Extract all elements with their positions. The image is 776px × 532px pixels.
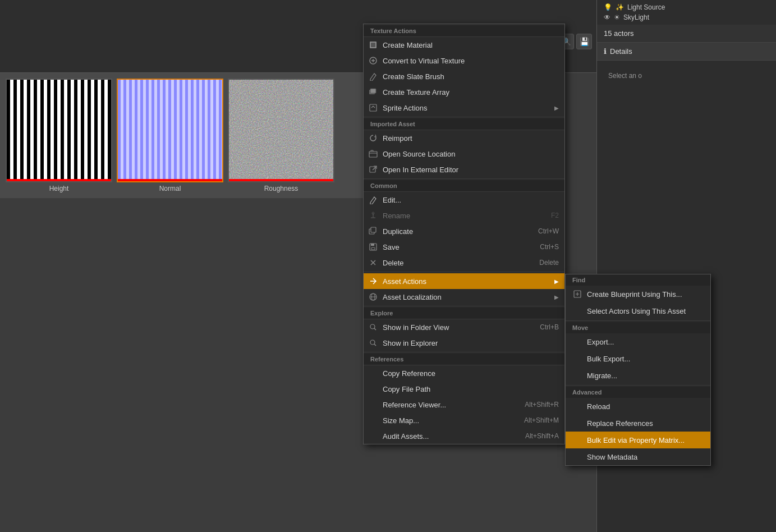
texture-label-height: Height [49,185,69,192]
submenu-item-export[interactable]: Export... [566,333,710,350]
export-icon [572,337,582,347]
create-texture-array-icon [368,87,378,97]
menu-item-asset-actions[interactable]: Asset Actions ▶ [364,273,564,289]
show-explorer-label: Show in Explorer [383,339,559,347]
texture-item-height[interactable]: Height [6,79,112,192]
show-folder-view-shortcut: Ctrl+B [540,323,559,331]
show-metadata-icon [572,452,582,462]
svg-rect-6 [369,152,377,157]
texture-gray-pattern [229,80,333,181]
light-items: 💡 ✨ Light Source 👁 ☀ SkyLight [597,0,776,25]
edit-label: Edit... [383,196,559,204]
info-icon: ℹ [604,47,607,56]
create-texture-array-label: Create Texture Array [383,88,559,97]
menu-item-convert-virtual-texture[interactable]: Convert to Virtual Texture [364,53,564,68]
submenu-divider-2 [566,385,710,386]
menu-item-create-slate-brush[interactable]: Create Slate Brush [364,68,564,84]
save-icon [368,242,378,252]
submenu-item-bulk-edit[interactable]: Bulk Edit via Property Matrix... [566,432,710,448]
skylight-icon2: ☀ [614,13,620,21]
copy-file-path-icon [368,384,378,394]
asset-actions-icon [368,276,378,286]
save-label: Save [383,243,535,251]
svg-rect-13 [371,247,375,250]
texture-thumb-height[interactable] [6,79,112,182]
asset-localization-label: Asset Localization [383,293,548,301]
menu-item-audit-assets[interactable]: Audit Assets... Alt+Shift+A [364,428,564,444]
menu-item-rename: Rename F2 [364,208,564,223]
texture-label-normal: Normal [159,185,181,192]
menu-item-asset-localization[interactable]: Asset Localization ▶ [364,289,564,305]
details-content: Select an o [597,61,776,91]
asset-actions-arrow: ▶ [554,278,559,285]
menu-item-open-external-editor[interactable]: Open In External Editor [364,162,564,177]
texture-thumb-normal[interactable] [117,79,223,182]
menu-item-show-folder-view[interactable]: Show in Folder View Ctrl+B [364,319,564,335]
svg-rect-4 [370,89,376,93]
menu-item-reference-viewer[interactable]: Reference Viewer... Alt+Shift+R [364,397,564,412]
submenu-item-create-blueprint[interactable]: Create Blueprint Using This... [566,286,710,302]
menu-item-create-material[interactable]: Create Material [364,37,564,53]
menu-item-sprite-actions[interactable]: Sprite Actions ▶ [364,100,564,116]
open-source-location-icon [368,149,378,159]
divider-1 [364,117,564,117]
divider-3 [364,272,564,272]
menu-item-size-map[interactable]: Size Map... Alt+Shift+M [364,412,564,428]
texture-item-normal[interactable]: Normal [117,79,223,192]
texture-thumb-roughness[interactable] [228,79,334,182]
texture-area: Height Normal Roughness [0,73,365,198]
menu-item-copy-reference[interactable]: Copy Reference [364,365,564,381]
menu-item-show-explorer[interactable]: Show in Explorer [364,335,564,351]
migrate-icon [572,370,582,380]
submenu-item-reload[interactable]: Reload [566,398,710,415]
menu-item-save[interactable]: Save Ctrl+S [364,239,564,255]
stripes-blue-pattern [118,80,222,181]
reload-icon [572,401,582,411]
menu-item-create-texture-array[interactable]: Create Texture Array [364,84,564,100]
right-panel-header: 15 actors [597,25,776,43]
texture-label-roughness: Roughness [264,185,299,192]
submenu-item-bulk-export[interactable]: Bulk Export... [566,350,710,367]
show-folder-view-icon [368,322,378,332]
select-actors-label: Select Actors Using This Asset [587,307,686,315]
create-blueprint-label: Create Blueprint Using This... [587,290,682,299]
details-tab[interactable]: ℹ Details [597,43,776,61]
svg-point-17 [370,340,375,345]
menu-item-copy-file-path[interactable]: Copy File Path [364,381,564,397]
audit-assets-label: Audit Assets... [383,432,521,441]
reference-viewer-shortcut: Alt+Shift+R [525,401,559,409]
light-source-item[interactable]: 💡 ✨ Light Source [601,2,772,12]
replace-references-label: Replace References [587,419,653,428]
menu-item-edit[interactable]: Edit... [364,192,564,208]
asset-localization-arrow: ▶ [554,294,559,300]
save-shortcut: Ctrl+S [540,243,559,251]
submenu-item-replace-references[interactable]: Replace References [566,415,710,432]
bulk-export-icon [572,354,582,364]
create-slate-brush-label: Create Slate Brush [383,72,559,81]
submenu-find-header: Find [566,274,710,286]
menu-item-open-source-location[interactable]: Open Source Location [364,146,564,162]
size-map-icon [368,415,378,425]
reference-viewer-icon [368,400,378,410]
section-header-explore: Explore [364,308,564,319]
texture-row: Height Normal Roughness [6,79,359,192]
skylight-item[interactable]: 👁 ☀ SkyLight [601,12,772,22]
audit-assets-shortcut: Alt+Shift+A [525,432,559,440]
rename-shortcut: F2 [551,212,559,219]
edit-icon [368,195,378,205]
menu-item-reimport[interactable]: Reimport [364,130,564,146]
menu-item-delete[interactable]: Delete Delete [364,255,564,270]
save-button[interactable]: 💾 [576,34,592,49]
asset-localization-icon [368,292,378,302]
bulk-edit-label: Bulk Edit via Property Matrix... [587,436,685,444]
stripes-bw-pattern [7,80,111,181]
submenu-item-select-actors[interactable]: Select Actors Using This Asset [566,302,710,319]
divider-5 [364,352,564,352]
submenu-item-migrate[interactable]: Migrate... [566,367,710,384]
show-folder-view-label: Show in Folder View [383,323,535,332]
asset-actions-label: Asset Actions [383,277,548,286]
duplicate-icon [368,226,378,236]
texture-item-roughness[interactable]: Roughness [228,79,334,192]
submenu-item-show-metadata[interactable]: Show Metadata [566,448,710,465]
menu-item-duplicate[interactable]: Duplicate Ctrl+W [364,223,564,239]
